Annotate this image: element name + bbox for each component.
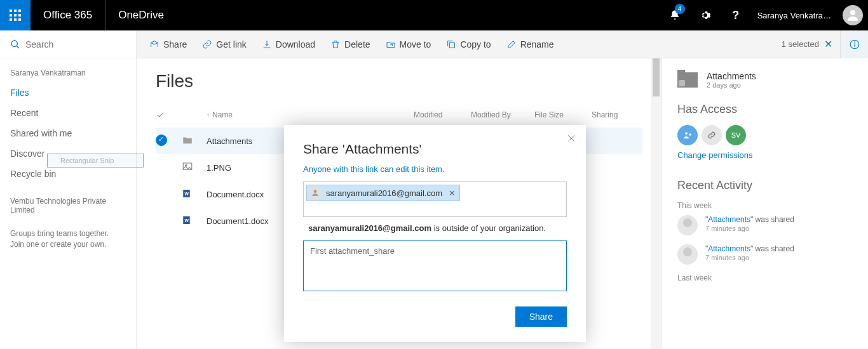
search-icon bbox=[10, 39, 20, 49]
rename-icon bbox=[506, 39, 517, 49]
external-warning: saranyamurali2016@gmail.com is outside o… bbox=[303, 223, 567, 233]
activity-item: "Attachments" was shared7 minutes ago bbox=[677, 244, 853, 265]
col-name[interactable]: ↑Name bbox=[207, 110, 414, 121]
access-user-avatar[interactable]: SV bbox=[726, 125, 746, 145]
app-label[interactable]: OneDrive bbox=[105, 9, 177, 22]
activity-last-week: Last week bbox=[677, 273, 853, 282]
nav-shared[interactable]: Shared with me bbox=[0, 123, 136, 143]
svg-rect-4 bbox=[14, 14, 17, 16]
user-avatar[interactable] bbox=[843, 5, 863, 25]
info-icon bbox=[849, 39, 860, 50]
settings-icon[interactable] bbox=[690, 0, 721, 30]
nav-files[interactable]: Files bbox=[0, 82, 136, 103]
word-icon: W bbox=[181, 187, 194, 200]
global-header: Office 365 OneDrive 4 ? Saranya Venkatra… bbox=[0, 0, 868, 30]
word-icon: W bbox=[181, 214, 194, 227]
check-icon[interactable] bbox=[156, 110, 165, 119]
nav-discover[interactable]: Discover bbox=[0, 143, 136, 164]
svg-line-11 bbox=[17, 46, 19, 48]
download-icon bbox=[262, 39, 272, 49]
search-input[interactable] bbox=[25, 39, 114, 49]
cmd-getlink[interactable]: Get link bbox=[202, 39, 246, 49]
access-share-icon[interactable] bbox=[677, 125, 698, 145]
share-icon bbox=[149, 39, 159, 49]
permission-link[interactable]: Anyone with this link can edit this item… bbox=[303, 164, 445, 174]
dialog-close[interactable] bbox=[567, 134, 576, 145]
image-icon bbox=[181, 161, 194, 173]
svg-point-22 bbox=[685, 132, 688, 135]
sidebar: Saranya Venkatraman Files Recent Shared … bbox=[0, 30, 137, 349]
activity-item: "Attachments" was shared7 minutes ago bbox=[677, 215, 853, 235]
svg-rect-6 bbox=[10, 18, 12, 21]
folder-icon bbox=[677, 72, 698, 88]
cmd-rename[interactable]: Rename bbox=[506, 39, 554, 49]
details-item-time: 2 days ago bbox=[707, 81, 756, 89]
chip-remove[interactable]: ✕ bbox=[449, 188, 456, 198]
svg-rect-5 bbox=[18, 14, 21, 16]
clear-selection[interactable]: ✕ bbox=[824, 38, 832, 50]
activity-this-week: This week bbox=[677, 201, 853, 210]
brand-label[interactable]: Office 365 bbox=[31, 0, 105, 30]
svg-rect-1 bbox=[14, 10, 17, 12]
activity-avatar bbox=[677, 244, 698, 265]
svg-rect-12 bbox=[450, 43, 455, 48]
svg-point-9 bbox=[850, 10, 855, 15]
details-toggle[interactable] bbox=[840, 30, 868, 58]
svg-rect-7 bbox=[14, 18, 17, 21]
link-icon bbox=[202, 39, 212, 49]
moveto-icon bbox=[386, 39, 396, 49]
notifications-icon[interactable]: 4 bbox=[660, 0, 690, 30]
scrollbar[interactable] bbox=[651, 58, 661, 349]
activity-avatar bbox=[677, 215, 698, 235]
svg-point-10 bbox=[11, 41, 17, 46]
message-input[interactable] bbox=[303, 240, 567, 291]
user-name[interactable]: Saranya Venkatra… bbox=[751, 11, 837, 20]
svg-text:W: W bbox=[185, 218, 189, 223]
row-checkbox[interactable] bbox=[156, 135, 167, 146]
col-modified[interactable]: Modified bbox=[414, 110, 471, 121]
cmd-share[interactable]: Share bbox=[149, 39, 187, 49]
col-sharing[interactable]: Sharing bbox=[592, 110, 642, 121]
svg-rect-0 bbox=[10, 10, 12, 12]
col-size[interactable]: File Size bbox=[534, 110, 592, 121]
access-link-icon[interactable] bbox=[702, 125, 722, 145]
app-launcher[interactable] bbox=[0, 0, 31, 30]
cmd-download[interactable]: Download bbox=[262, 39, 315, 49]
svg-point-15 bbox=[854, 41, 855, 42]
delete-icon bbox=[330, 39, 341, 49]
person-icon bbox=[308, 186, 322, 200]
dialog-title: Share 'Attachments' bbox=[303, 142, 567, 157]
nav-recycle[interactable]: Recycle bin bbox=[0, 164, 136, 184]
notifications-badge: 4 bbox=[675, 4, 685, 14]
details-item-name: Attachments bbox=[707, 71, 756, 81]
copyto-icon bbox=[446, 39, 456, 49]
share-dialog: Share 'Attachments' Anyone with this lin… bbox=[284, 125, 586, 342]
recipient-chip: saranyamurali2016@gmail.com ✕ bbox=[306, 185, 460, 201]
cmd-copyto[interactable]: Copy to bbox=[446, 39, 491, 49]
cmd-delete[interactable]: Delete bbox=[330, 39, 370, 49]
recent-activity-title: Recent Activity bbox=[677, 179, 853, 192]
svg-text:W: W bbox=[185, 192, 189, 196]
search-box[interactable] bbox=[0, 30, 136, 58]
command-bar: Share Get link Download Delete Move to C… bbox=[137, 30, 868, 58]
svg-rect-3 bbox=[10, 14, 12, 16]
help-icon[interactable]: ? bbox=[721, 0, 751, 30]
svg-rect-2 bbox=[18, 10, 21, 12]
nav-groups-hint: Groups bring teams together.Join one or … bbox=[0, 220, 136, 259]
selection-count: 1 selected bbox=[782, 39, 819, 49]
details-pane: Attachments 2 days ago Has Access SV Cha… bbox=[662, 58, 868, 349]
recipient-input[interactable]: saranyamurali2016@gmail.com ✕ bbox=[303, 181, 567, 217]
folder-icon bbox=[181, 134, 194, 147]
change-permissions-link[interactable]: Change permissions bbox=[677, 150, 853, 160]
nav-owner: Saranya Venkatraman bbox=[0, 58, 136, 82]
page-title: Files bbox=[156, 71, 642, 91]
svg-rect-8 bbox=[18, 18, 21, 21]
has-access-title: Has Access bbox=[677, 103, 853, 116]
share-button[interactable]: Share bbox=[515, 306, 567, 327]
cmd-moveto[interactable]: Move to bbox=[386, 39, 431, 49]
col-modby[interactable]: Modified By bbox=[471, 110, 534, 121]
svg-point-27 bbox=[314, 190, 317, 193]
nav-org: Vembu Technologies Private Limited bbox=[0, 184, 136, 220]
nav-recent[interactable]: Recent bbox=[0, 103, 136, 123]
